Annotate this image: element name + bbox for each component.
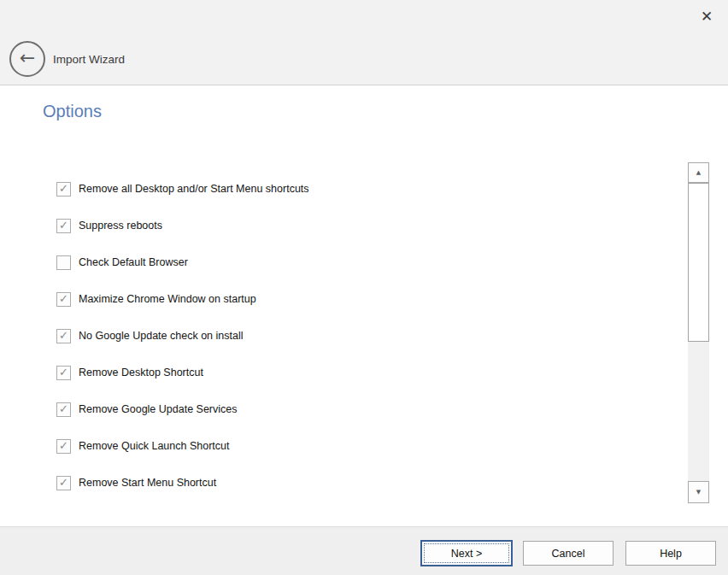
option-label: Remove Desktop Shortcut	[79, 367, 203, 378]
option-row: ✓ No Google Update check on install	[56, 327, 243, 344]
options-list: ✓ Remove all Desktop and/or Start Menu s…	[0, 0, 728, 575]
option-row: ✓ Maximize Chrome Window on startup	[56, 290, 256, 308]
checkmark-icon: ✓	[59, 293, 68, 304]
option-row: Check Default Browser	[56, 254, 188, 271]
footer-bar	[0, 526, 728, 575]
checkbox-checked[interactable]: ✓	[56, 182, 71, 197]
option-label: Remove Google Update Services	[79, 403, 238, 415]
checkmark-icon: ✓	[59, 440, 68, 451]
import-wizard-window: ✕ ← Import Wizard Options ✓ Remove all D…	[0, 0, 728, 575]
scrollbar-down-button[interactable]: ▼	[688, 481, 709, 503]
scrollbar[interactable]: ▲ ▼	[688, 162, 709, 503]
cancel-button[interactable]: Cancel	[523, 541, 614, 566]
checkbox-unchecked[interactable]	[56, 255, 71, 270]
option-row: ✓ Remove Quick Launch Shortcut	[56, 437, 229, 455]
option-row: ✓ Remove all Desktop and/or Start Menu s…	[56, 180, 309, 197]
help-button[interactable]: Help	[625, 541, 716, 566]
checkbox-checked[interactable]: ✓	[56, 366, 71, 380]
option-label: Check Default Browser	[79, 256, 188, 268]
checkmark-icon: ✓	[59, 183, 68, 194]
option-row: ✓ Remove Google Update Services	[56, 401, 238, 418]
option-row: ✓ Suppress reboots	[56, 217, 162, 234]
option-row: ✓ Remove Start Menu Shortcut	[56, 474, 216, 491]
scroll-down-icon: ▼	[696, 490, 701, 496]
scrollbar-up-button[interactable]: ▲	[688, 162, 709, 183]
option-label: Remove Quick Launch Shortcut	[79, 440, 229, 452]
checkmark-icon: ✓	[59, 477, 68, 488]
checkbox-checked[interactable]: ✓	[56, 329, 71, 343]
checkbox-checked[interactable]: ✓	[56, 402, 71, 417]
checkmark-icon: ✓	[59, 367, 68, 378]
checkmark-icon: ✓	[59, 220, 68, 231]
checkbox-checked[interactable]: ✓	[56, 219, 71, 233]
option-label: No Google Update check on install	[79, 330, 243, 342]
scrollbar-thumb[interactable]	[688, 183, 709, 342]
checkmark-icon: ✓	[59, 403, 68, 414]
scroll-up-icon: ▲	[696, 170, 701, 176]
option-label: Suppress reboots	[79, 220, 162, 232]
checkbox-checked[interactable]: ✓	[56, 476, 71, 490]
checkbox-checked[interactable]: ✓	[56, 439, 71, 454]
option-label: Remove all Desktop and/or Start Menu sho…	[79, 183, 309, 195]
checkbox-checked[interactable]: ✓	[56, 292, 71, 307]
next-button[interactable]: Next >	[420, 540, 513, 566]
checkmark-icon: ✓	[59, 330, 68, 341]
option-label: Remove Start Menu Shortcut	[79, 477, 216, 489]
option-row: ✓ Remove Desktop Shortcut	[56, 364, 203, 381]
option-label: Maximize Chrome Window on startup	[79, 293, 256, 305]
